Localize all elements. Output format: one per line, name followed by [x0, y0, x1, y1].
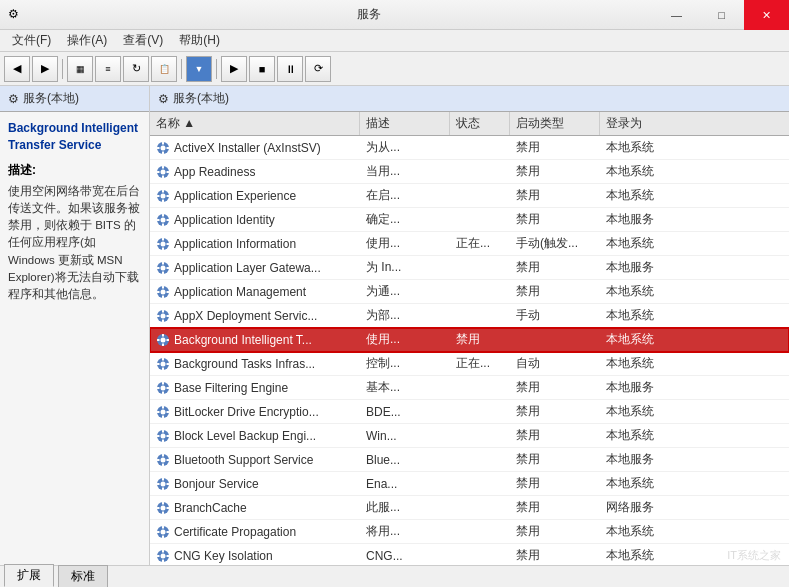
right-panel-header: ⚙ 服务(本地): [150, 86, 789, 112]
svg-rect-17: [167, 195, 170, 197]
service-gear-icon: [156, 333, 170, 347]
stop-button[interactable]: ■: [249, 56, 275, 82]
cell-name: Application Experience: [150, 184, 360, 207]
cell-login: 本地服务: [600, 376, 680, 399]
table-row[interactable]: CNG Key IsolationCNG...禁用本地系统: [150, 544, 789, 565]
service-gear-icon: [156, 357, 170, 371]
cell-status: [450, 256, 510, 279]
play-button[interactable]: ▶: [221, 56, 247, 82]
col-status[interactable]: 状态: [450, 112, 510, 135]
cell-name: Application Layer Gatewa...: [150, 256, 360, 279]
menu-view[interactable]: 查看(V): [115, 30, 171, 51]
svg-rect-82: [157, 459, 160, 461]
svg-rect-94: [157, 507, 160, 509]
back-button[interactable]: ◀: [4, 56, 30, 82]
table-row[interactable]: Application Layer Gatewa...为 In...禁用本地服务: [150, 256, 789, 280]
table-row[interactable]: Background Tasks Infras...控制...正在...自动本地…: [150, 352, 789, 376]
table-row[interactable]: Application Management为通...禁用本地系统: [150, 280, 789, 304]
svg-point-7: [161, 169, 166, 174]
table-row[interactable]: Bonjour ServiceEna...禁用本地系统: [150, 472, 789, 496]
service-gear-icon: [156, 429, 170, 443]
svg-rect-95: [167, 507, 170, 509]
svg-rect-5: [167, 147, 170, 149]
col-desc[interactable]: 描述: [360, 112, 450, 135]
menu-help[interactable]: 帮助(H): [171, 30, 228, 51]
menu-action[interactable]: 操作(A): [59, 30, 115, 51]
cell-login: 本地系统: [600, 232, 680, 255]
svg-point-1: [161, 145, 166, 150]
svg-point-31: [161, 265, 166, 270]
table-row[interactable]: ActiveX Installer (AxInstSV)为从...禁用本地系统: [150, 136, 789, 160]
table-row[interactable]: Certificate Propagation将用...禁用本地系统: [150, 520, 789, 544]
cell-startup: 禁用: [510, 544, 600, 565]
table-row[interactable]: BranchCache此服...禁用网络服务: [150, 496, 789, 520]
cell-name: App Readiness: [150, 160, 360, 183]
menu-file[interactable]: 文件(F): [4, 30, 59, 51]
table-row[interactable]: Background Intelligent T...使用...禁用本地系统: [150, 328, 789, 352]
cell-status: 正在...: [450, 352, 510, 375]
svg-rect-83: [167, 459, 170, 461]
view-button-2[interactable]: ≡: [95, 56, 121, 82]
maximize-button[interactable]: □: [699, 0, 744, 30]
svg-rect-86: [162, 478, 164, 481]
svg-point-13: [161, 193, 166, 198]
right-panel-gear-icon: ⚙: [158, 92, 169, 106]
svg-rect-10: [157, 171, 160, 173]
cell-name: ActiveX Installer (AxInstSV): [150, 136, 360, 159]
cell-desc: CNG...: [360, 544, 450, 565]
service-gear-icon: [156, 285, 170, 299]
table-row[interactable]: Base Filtering Engine基本...禁用本地服务: [150, 376, 789, 400]
col-login[interactable]: 登录为: [600, 112, 680, 135]
svg-rect-88: [157, 483, 160, 485]
export-button[interactable]: 📋: [151, 56, 177, 82]
cell-name: Bluetooth Support Service: [150, 448, 360, 471]
cell-name: BranchCache: [150, 496, 360, 519]
svg-rect-68: [162, 406, 164, 409]
svg-rect-104: [162, 550, 164, 553]
svg-rect-93: [162, 511, 164, 514]
svg-rect-46: [157, 315, 160, 317]
cell-status: [450, 544, 510, 565]
tab-standard[interactable]: 标准: [58, 565, 108, 587]
menu-bar: 文件(F) 操作(A) 查看(V) 帮助(H): [0, 30, 789, 52]
service-name-text: Bluetooth Support Service: [174, 453, 313, 467]
svg-rect-77: [167, 435, 170, 437]
table-row[interactable]: Application Information使用...正在...手动(触发..…: [150, 232, 789, 256]
svg-rect-3: [162, 151, 164, 154]
table-row[interactable]: Application Experience在启...禁用本地系统: [150, 184, 789, 208]
cell-login: 本地服务: [600, 256, 680, 279]
forward-button[interactable]: ▶: [32, 56, 58, 82]
svg-rect-33: [162, 271, 164, 274]
minimize-button[interactable]: —: [654, 0, 699, 30]
table-row[interactable]: Bluetooth Support ServiceBlue...禁用本地服务: [150, 448, 789, 472]
toolbar-separator-2: [181, 59, 182, 79]
refresh-button[interactable]: ↻: [123, 56, 149, 82]
toolbar: ◀ ▶ ▦ ≡ ↻ 📋 ▼ ▶ ■ ⏸ ⟳: [0, 52, 789, 86]
cell-login: 本地系统: [600, 472, 680, 495]
cell-login: 本地系统: [600, 280, 680, 303]
cell-name: Base Filtering Engine: [150, 376, 360, 399]
svg-rect-100: [157, 531, 160, 533]
table-row[interactable]: App Readiness当用...禁用本地系统: [150, 160, 789, 184]
cell-startup: 禁用: [510, 424, 600, 447]
cell-startup: 禁用: [510, 448, 600, 471]
cell-startup: 禁用: [510, 160, 600, 183]
filter-button[interactable]: ▼: [186, 56, 212, 82]
restart-button[interactable]: ⟳: [305, 56, 331, 82]
tab-extended[interactable]: 扩展: [4, 564, 54, 587]
table-row[interactable]: Block Level Backup Engi...Win...禁用本地系统: [150, 424, 789, 448]
close-button[interactable]: ✕: [744, 0, 789, 30]
service-gear-icon: [156, 405, 170, 419]
table-row[interactable]: AppX Deployment Servic...为部...手动本地系统: [150, 304, 789, 328]
col-startup[interactable]: 启动类型: [510, 112, 600, 135]
service-table[interactable]: 名称 ▲ 描述 状态 启动类型 登录为 ActiveX Installer (A…: [150, 112, 789, 565]
col-name[interactable]: 名称 ▲: [150, 112, 360, 135]
table-row[interactable]: Application Identity确定...禁用本地服务: [150, 208, 789, 232]
table-row[interactable]: BitLocker Drive Encryptio...BDE...禁用本地系统: [150, 400, 789, 424]
pause-button[interactable]: ⏸: [277, 56, 303, 82]
cell-login: 网络服务: [600, 496, 680, 519]
cell-status: 正在...: [450, 232, 510, 255]
cell-desc: 此服...: [360, 496, 450, 519]
cell-startup: [510, 328, 600, 351]
view-button-1[interactable]: ▦: [67, 56, 93, 82]
